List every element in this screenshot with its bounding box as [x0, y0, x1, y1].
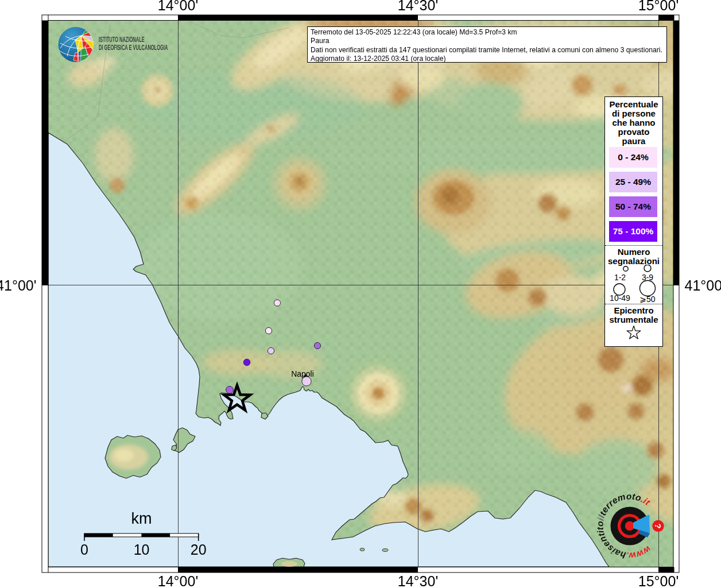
svg-text:15°00': 15°00' [638, 573, 679, 588]
svg-text:14°30': 14°30' [398, 573, 438, 588]
svg-text:14°00': 14°00' [158, 0, 198, 13]
svg-text:14°00': 14°00' [158, 573, 198, 588]
svg-text:15°00': 15°00' [638, 0, 679, 13]
svg-text:41°00': 41°00' [685, 277, 721, 293]
svg-text:14°30': 14°30' [398, 0, 438, 13]
svg-text:41°00': 41°00' [0, 277, 37, 293]
